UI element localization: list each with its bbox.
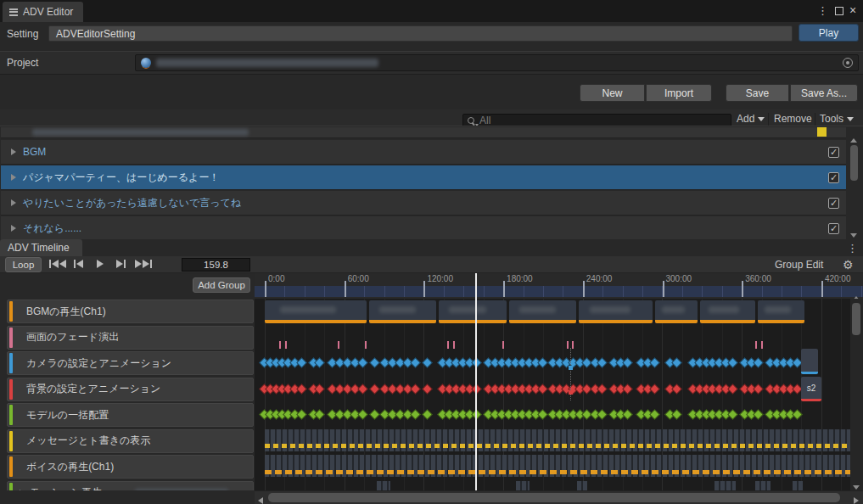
import-button[interactable]: Import [646, 84, 712, 102]
scene-checkbox[interactable]: ✓ [828, 223, 839, 234]
scene-checkbox[interactable]: ✓ [828, 198, 839, 209]
keyframe-diamond[interactable] [649, 409, 660, 420]
scroll-left-icon[interactable] [258, 495, 263, 504]
foldout-icon[interactable] [11, 225, 16, 232]
scene-row-partial[interactable] [1, 127, 846, 138]
keyframe-diamond[interactable] [727, 357, 738, 368]
gear-icon[interactable]: ⚙ [843, 258, 854, 272]
bgm-clip[interactable] [700, 300, 755, 323]
play-toggle-button[interactable] [92, 260, 109, 268]
keyframe-diamond[interactable] [597, 384, 608, 395]
save-as-button[interactable]: Save As... [790, 84, 858, 102]
scene-row[interactable]: パジャマパーティー、はーじめーるよー！✓ [1, 165, 846, 190]
fade-event-tick[interactable] [572, 341, 574, 349]
track-row[interactable]: BGMの再生(Ch1) [7, 300, 254, 323]
keyframe-diamond[interactable] [422, 409, 433, 420]
window-menu-icon[interactable]: ⋮ [817, 4, 828, 17]
keyframe-diamond[interactable] [537, 409, 548, 420]
fade-event-tick[interactable] [338, 341, 339, 349]
fade-event-tick[interactable] [279, 341, 281, 349]
keyframe-diamond[interactable] [410, 357, 421, 368]
track-row[interactable]: ボイスの再生(Ch1) [7, 455, 254, 479]
tools-menu-button[interactable]: Tools [820, 113, 854, 125]
keyframe-diamond[interactable] [296, 384, 307, 395]
add-menu-button[interactable]: Add [737, 113, 765, 125]
keyframe-diamond[interactable] [537, 357, 548, 368]
timeline-hscrollbar-thumb[interactable] [268, 493, 840, 502]
keyframe-diamond[interactable] [597, 409, 608, 420]
keyframe-diamond[interactable] [471, 409, 482, 420]
clip-strip-partial[interactable] [793, 481, 803, 490]
keyframe-diamond[interactable] [753, 384, 764, 395]
bgm-clip[interactable] [439, 300, 507, 323]
keyframe-diamond[interactable] [357, 409, 368, 420]
keyframe-diamond[interactable] [410, 409, 421, 420]
scene-checkbox[interactable]: ✓ [828, 147, 839, 158]
keyframe-diamond[interactable] [471, 357, 482, 368]
fade-event-tick[interactable] [567, 341, 569, 349]
timeline-content[interactable]: s2 [255, 299, 850, 490]
keyframe-diamond[interactable] [753, 357, 764, 368]
clip-strip-partial[interactable] [714, 481, 736, 490]
keyframe-diamond[interactable] [369, 357, 380, 368]
keyframe-diamond[interactable] [357, 357, 368, 368]
new-button[interactable]: New [580, 84, 645, 102]
foldout-icon[interactable] [11, 174, 16, 181]
foldout-icon[interactable] [11, 199, 16, 206]
fade-event-tick[interactable] [285, 341, 287, 349]
loop-button[interactable]: Loop [5, 257, 42, 272]
step-forward-button[interactable] [112, 260, 129, 268]
timeline-vscrollbar[interactable] [850, 299, 863, 490]
keyframe-diamond[interactable] [422, 384, 433, 395]
clip-strip-partial[interactable] [577, 481, 587, 490]
bgm-clip[interactable] [655, 300, 698, 323]
camera-end-clip[interactable] [801, 349, 818, 374]
scene-row[interactable]: やりたいことがあったら遠慮しないで言ってね✓ [1, 191, 846, 216]
timeline-menu-icon[interactable]: ⋮ [847, 242, 858, 255]
window-tab[interactable]: ADV Editor [3, 2, 83, 22]
track-row[interactable]: 背景の設定とアニメーション [7, 378, 254, 401]
fade-event-tick[interactable] [447, 341, 449, 349]
close-icon[interactable]: × [849, 3, 856, 17]
keyframe-diamond[interactable] [792, 409, 803, 420]
bgm-clip[interactable] [369, 300, 436, 323]
keyframe-diamond[interactable] [649, 384, 660, 395]
keyframe-diamond[interactable] [727, 409, 738, 420]
track-row[interactable]: メッセージとト書きの表示 [7, 429, 254, 453]
keyframe-diamond[interactable] [622, 357, 633, 368]
fade-event-tick[interactable] [453, 341, 455, 349]
bgm-clip[interactable] [265, 300, 367, 323]
clip-strip-partial[interactable] [755, 481, 771, 490]
add-group-button[interactable]: Add Group [193, 277, 250, 293]
clip-strip-partial[interactable] [377, 481, 390, 490]
timeline-vscrollbar-thumb[interactable] [852, 303, 860, 335]
keyframe-diamond[interactable] [422, 357, 433, 368]
track-row[interactable]: 画面のフェード演出 [7, 326, 254, 350]
keyframe-diamond[interactable] [537, 384, 548, 395]
setting-dropdown[interactable]: ADVEditorSetting [48, 25, 793, 42]
fade-event-tick[interactable] [365, 341, 367, 349]
keyframe-diamond[interactable] [727, 384, 738, 395]
keyframe-diamond[interactable] [369, 409, 380, 420]
keyframe-diamond[interactable] [296, 409, 307, 420]
background-end-clip[interactable]: s2 [801, 377, 821, 401]
keyframe-diamond[interactable] [296, 357, 307, 368]
keyframe-diamond[interactable] [357, 384, 368, 395]
track-row[interactable]: カメラの設定とアニメーション [7, 351, 254, 375]
go-to-end-button[interactable] [132, 260, 154, 268]
keyframe-diamond[interactable] [622, 409, 633, 420]
keyframe-diamond[interactable] [410, 384, 421, 395]
scroll-down-icon[interactable] [850, 228, 857, 239]
clip-strip[interactable] [265, 429, 850, 451]
group-edit-button[interactable]: Group Edit [775, 259, 823, 271]
keyframe-diamond[interactable] [369, 384, 380, 395]
project-object-field[interactable] [135, 54, 859, 71]
fade-event-tick[interactable] [755, 341, 757, 349]
track-row[interactable]: モデルの一括配置 [7, 403, 254, 427]
fade-event-tick[interactable] [761, 341, 763, 349]
go-to-start-button[interactable] [48, 260, 68, 268]
fade-event-tick[interactable] [502, 341, 504, 349]
scroll-up-icon[interactable] [850, 133, 857, 145]
timeline-tab[interactable]: ADV Timeline [0, 239, 82, 256]
keyframe-diamond[interactable] [753, 409, 764, 420]
